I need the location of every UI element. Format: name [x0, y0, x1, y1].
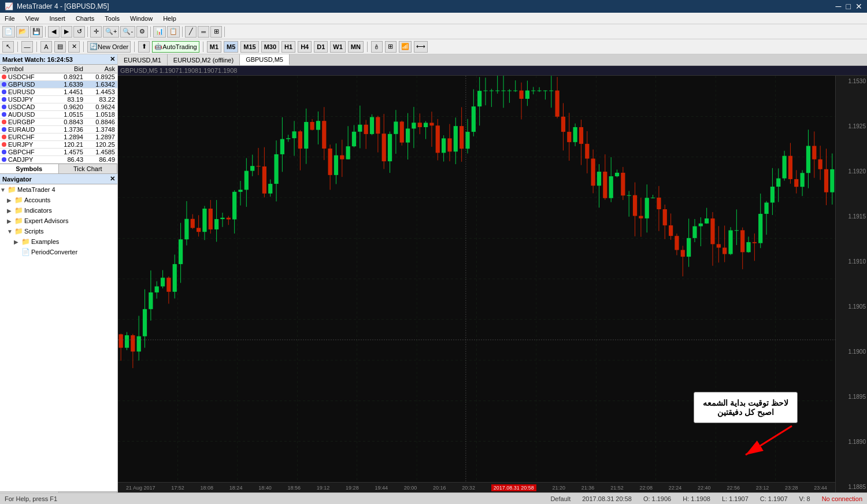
mw-dot-audusd [2, 112, 6, 117]
market-watch-row-gbpusd[interactable]: GBPUSD 1.6339 1.6342 [0, 81, 117, 88]
templates-button[interactable]: 📋 [167, 26, 180, 38]
title-bar-controls: ─ □ ✕ [836, 2, 862, 11]
crosshair-button[interactable]: ✛ [90, 26, 102, 38]
nav-label: PeriodConverter [31, 249, 77, 255]
nav-arrow: ▶ [7, 197, 14, 203]
period-MN[interactable]: MN [348, 41, 364, 53]
refresh-button[interactable]: ↺ [73, 26, 85, 38]
market-watch-row-gbpchf[interactable]: GBPCHF 1.4575 1.4585 [0, 149, 117, 156]
period-M1[interactable]: M1 [207, 41, 221, 53]
period-M15[interactable]: M15 [240, 41, 258, 53]
minimize-button[interactable]: ─ [836, 2, 842, 11]
price-1895: 1.1895 [837, 394, 866, 400]
market-watch-row-usdjpy[interactable]: USDJPY 83.19 83.22 [0, 96, 117, 103]
period-M30[interactable]: M30 [261, 41, 279, 53]
tab-symbols[interactable]: Symbols [0, 164, 59, 173]
market-watch-row-usdchf[interactable]: USDCHF 0.8921 0.8925 [0, 73, 117, 81]
menu-charts[interactable]: Charts [73, 14, 97, 23]
market-watch-row-eurjpy[interactable]: EURJPY 120.21 120.25 [0, 141, 117, 149]
chart-canvas[interactable]: 1.1530 1.1925 1.1920 1.1915 1.1910 1.190… [118, 76, 867, 492]
nav-item-scripts[interactable]: ▼ 📁 Scripts [0, 226, 117, 236]
status-high: H: 1.1908 [683, 495, 710, 502]
mw-symbol-gbpusd: GBPUSD [8, 81, 54, 88]
restore-button[interactable]: □ [846, 2, 851, 11]
back-button[interactable]: ◀ [48, 26, 60, 38]
time-22: 23:28 [785, 485, 798, 491]
save-button[interactable]: 💾 [30, 26, 43, 38]
market-watch-row-eurusd[interactable]: EURUSD 1.4451 1.4453 [0, 88, 117, 96]
period-M5[interactable]: M5 [224, 41, 238, 53]
mw-symbol-eurusd: EURUSD [8, 88, 54, 95]
nav-item-examples[interactable]: ▶ 📁 Examples [0, 236, 117, 247]
period-W1[interactable]: W1 [330, 41, 346, 53]
navigator-title: Navigator [2, 176, 32, 183]
price-1915: 1.1915 [837, 213, 866, 220]
grid-button[interactable]: ⊞ [385, 41, 397, 53]
cursor-button[interactable]: ↖ [2, 41, 14, 53]
nav-label: Scripts [24, 228, 44, 235]
chart-tab-eurusd-m1[interactable]: EURUSD,M1 [118, 54, 168, 65]
mw-ask-gbpchf: 1.4585 [86, 149, 117, 155]
market-watch-row-audusd[interactable]: AUDUSD 1.0515 1.0518 [0, 111, 117, 118]
line-button[interactable]: — [21, 41, 33, 53]
market-watch-row-cadjpy[interactable]: CADJPY 86.43 86.49 [0, 156, 117, 164]
market-watch-row-eurchf[interactable]: EURCHF 1.2894 1.2897 [0, 134, 117, 141]
nav-item-periodconverter[interactable]: 📄 PeriodConverter [0, 247, 117, 257]
menu-tools[interactable]: Tools [102, 14, 122, 23]
open-folder-button[interactable]: 📂 [16, 26, 29, 38]
autotrading-indicator-button[interactable]: ⬆ [138, 41, 150, 53]
market-watch-close[interactable]: ✕ [110, 55, 115, 63]
market-watch-row-eurgbp[interactable]: EURGBP 0.8843 0.8846 [0, 118, 117, 126]
navigator-close[interactable]: ✕ [110, 175, 115, 183]
autoscroll-button[interactable]: ⟷ [414, 41, 428, 53]
nav-icon: 📁 [7, 185, 16, 194]
chart-tab-eurusd-m2[interactable]: EURUSD,M2 (offline) [168, 54, 240, 65]
price-1885: 1.1885 [837, 484, 866, 490]
menu-window[interactable]: Window [128, 14, 155, 23]
indicators-button[interactable]: 📊 [153, 26, 166, 38]
menu-help[interactable]: Help [161, 14, 179, 23]
time-20: 22:56 [727, 485, 740, 491]
period-D1[interactable]: D1 [314, 41, 328, 53]
mw-dot-eurgbp [2, 120, 6, 124]
close-button[interactable]: ✕ [855, 2, 862, 11]
price-1910: 1.1910 [837, 258, 866, 265]
nav-arrow: ▶ [7, 218, 14, 224]
fib-button[interactable]: ⊞ [210, 26, 222, 38]
menu-file[interactable]: File [2, 14, 17, 23]
autotrading-button[interactable]: 🤖 AutoTrading [152, 41, 199, 53]
market-watch: Market Watch: 16:24:53 ✕ Symbol Bid Ask … [0, 54, 117, 174]
new-chart-button[interactable]: 📄 [2, 26, 15, 38]
zoom-in-button[interactable]: 🔍+ [103, 26, 119, 38]
nav-item-accounts[interactable]: ▶ 📁 Accounts [0, 195, 117, 205]
annotation-line2: اصبح كل دفيقتين [703, 407, 788, 417]
market-watch-row-euraud[interactable]: EURAUD 1.3736 1.3748 [0, 126, 117, 134]
tab-tick-chart[interactable]: Tick Chart [59, 164, 118, 173]
chart-style-button[interactable]: 🕯 [371, 41, 383, 53]
zoom-out-button[interactable]: 🔍- [120, 26, 135, 38]
line-tools-button[interactable]: ╱ [185, 26, 197, 38]
channel-button[interactable]: ═ [198, 26, 209, 38]
vol-button[interactable]: 📶 [399, 41, 412, 53]
menu-view[interactable]: View [23, 14, 42, 23]
left-panel: Market Watch: 16:24:53 ✕ Symbol Bid Ask … [0, 54, 118, 492]
remove-button[interactable]: ✕ [68, 41, 80, 53]
nav-item-expert-advisors[interactable]: ▶ 📁 Expert Advisors [0, 216, 117, 226]
price-1890: 1.1890 [837, 439, 866, 445]
colorbox-button[interactable]: ▤ [54, 41, 66, 53]
properties-button[interactable]: ⚙ [136, 26, 148, 38]
market-watch-row-usdcad[interactable]: USDCAD 0.9620 0.9624 [0, 103, 117, 111]
period-H1[interactable]: H1 [281, 41, 295, 53]
forward-button[interactable]: ▶ [61, 26, 72, 38]
mw-bid-eurjpy: 120.21 [54, 141, 86, 148]
menu-insert[interactable]: Insert [47, 14, 68, 23]
chart-tab-gbpusd-m5[interactable]: GBPUSD,M5 [240, 54, 290, 65]
period-H4[interactable]: H4 [298, 41, 312, 53]
annotation-box: لاحظ توقيت بداية الشمعه اصبح كل دفيقتين [694, 392, 798, 423]
nav-item-indicators[interactable]: ▶ 📁 Indicators [0, 205, 117, 216]
time-1: 21 Aug 2017 [126, 485, 155, 491]
nav-item-metatrader-4[interactable]: ▼ 📁 MetaTrader 4 [0, 184, 117, 195]
new-order-button[interactable]: 🔄 New Order [87, 41, 131, 53]
text-button[interactable]: A [40, 41, 52, 53]
price-1530: 1.1530 [837, 78, 866, 84]
